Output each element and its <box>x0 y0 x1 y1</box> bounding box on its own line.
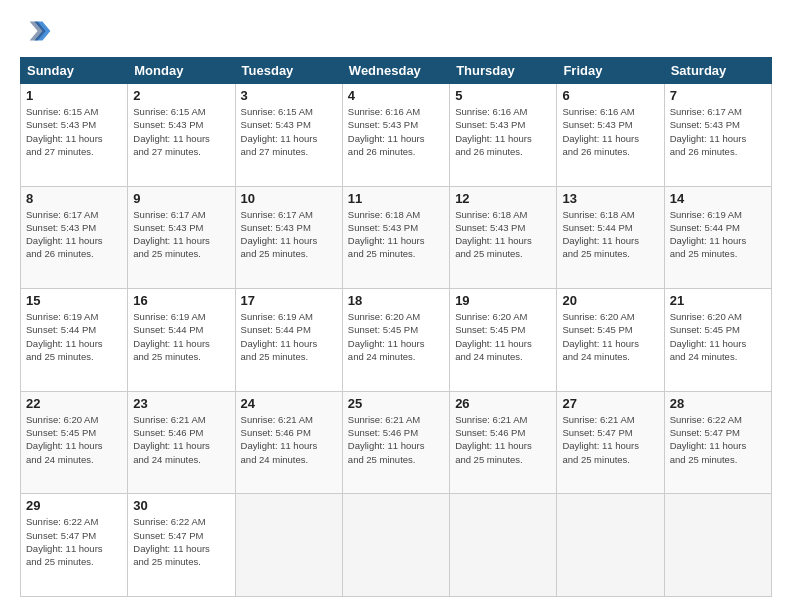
day-number: 14 <box>670 191 766 206</box>
day-number: 3 <box>241 88 337 103</box>
day-number: 23 <box>133 396 229 411</box>
day-info: Sunrise: 6:17 AM Sunset: 5:43 PM Dayligh… <box>133 208 229 261</box>
day-number: 30 <box>133 498 229 513</box>
calendar-header-cell: Thursday <box>450 58 557 84</box>
day-info: Sunrise: 6:18 AM Sunset: 5:43 PM Dayligh… <box>348 208 444 261</box>
calendar-day-cell: 12Sunrise: 6:18 AM Sunset: 5:43 PM Dayli… <box>450 186 557 289</box>
calendar-day-cell: 20Sunrise: 6:20 AM Sunset: 5:45 PM Dayli… <box>557 289 664 392</box>
calendar-day-cell <box>342 494 449 597</box>
calendar-day-cell: 16Sunrise: 6:19 AM Sunset: 5:44 PM Dayli… <box>128 289 235 392</box>
day-number: 9 <box>133 191 229 206</box>
day-info: Sunrise: 6:18 AM Sunset: 5:44 PM Dayligh… <box>562 208 658 261</box>
day-info: Sunrise: 6:16 AM Sunset: 5:43 PM Dayligh… <box>348 105 444 158</box>
calendar-week-row: 1Sunrise: 6:15 AM Sunset: 5:43 PM Daylig… <box>21 84 772 187</box>
calendar-day-cell: 19Sunrise: 6:20 AM Sunset: 5:45 PM Dayli… <box>450 289 557 392</box>
day-number: 2 <box>133 88 229 103</box>
day-info: Sunrise: 6:17 AM Sunset: 5:43 PM Dayligh… <box>26 208 122 261</box>
calendar-day-cell: 13Sunrise: 6:18 AM Sunset: 5:44 PM Dayli… <box>557 186 664 289</box>
day-number: 27 <box>562 396 658 411</box>
calendar-day-cell: 22Sunrise: 6:20 AM Sunset: 5:45 PM Dayli… <box>21 391 128 494</box>
day-info: Sunrise: 6:20 AM Sunset: 5:45 PM Dayligh… <box>562 310 658 363</box>
day-info: Sunrise: 6:22 AM Sunset: 5:47 PM Dayligh… <box>670 413 766 466</box>
calendar-week-row: 8Sunrise: 6:17 AM Sunset: 5:43 PM Daylig… <box>21 186 772 289</box>
calendar-day-cell: 21Sunrise: 6:20 AM Sunset: 5:45 PM Dayli… <box>664 289 771 392</box>
calendar-header-cell: Friday <box>557 58 664 84</box>
day-info: Sunrise: 6:20 AM Sunset: 5:45 PM Dayligh… <box>26 413 122 466</box>
calendar-header-cell: Saturday <box>664 58 771 84</box>
calendar-day-cell <box>450 494 557 597</box>
calendar-day-cell: 11Sunrise: 6:18 AM Sunset: 5:43 PM Dayli… <box>342 186 449 289</box>
day-info: Sunrise: 6:20 AM Sunset: 5:45 PM Dayligh… <box>455 310 551 363</box>
day-number: 20 <box>562 293 658 308</box>
calendar-day-cell: 30Sunrise: 6:22 AM Sunset: 5:47 PM Dayli… <box>128 494 235 597</box>
day-info: Sunrise: 6:18 AM Sunset: 5:43 PM Dayligh… <box>455 208 551 261</box>
day-info: Sunrise: 6:21 AM Sunset: 5:46 PM Dayligh… <box>455 413 551 466</box>
calendar-header-cell: Sunday <box>21 58 128 84</box>
day-number: 1 <box>26 88 122 103</box>
calendar-header-cell: Monday <box>128 58 235 84</box>
calendar-day-cell: 2Sunrise: 6:15 AM Sunset: 5:43 PM Daylig… <box>128 84 235 187</box>
day-number: 22 <box>26 396 122 411</box>
logo <box>20 15 56 47</box>
calendar-day-cell <box>235 494 342 597</box>
day-info: Sunrise: 6:19 AM Sunset: 5:44 PM Dayligh… <box>26 310 122 363</box>
day-number: 19 <box>455 293 551 308</box>
calendar-day-cell: 6Sunrise: 6:16 AM Sunset: 5:43 PM Daylig… <box>557 84 664 187</box>
calendar-day-cell: 15Sunrise: 6:19 AM Sunset: 5:44 PM Dayli… <box>21 289 128 392</box>
day-info: Sunrise: 6:15 AM Sunset: 5:43 PM Dayligh… <box>26 105 122 158</box>
day-number: 16 <box>133 293 229 308</box>
day-number: 13 <box>562 191 658 206</box>
day-info: Sunrise: 6:17 AM Sunset: 5:43 PM Dayligh… <box>670 105 766 158</box>
calendar-day-cell: 14Sunrise: 6:19 AM Sunset: 5:44 PM Dayli… <box>664 186 771 289</box>
day-number: 29 <box>26 498 122 513</box>
logo-icon <box>20 15 52 47</box>
calendar-day-cell: 8Sunrise: 6:17 AM Sunset: 5:43 PM Daylig… <box>21 186 128 289</box>
day-number: 24 <box>241 396 337 411</box>
calendar-header-cell: Wednesday <box>342 58 449 84</box>
calendar-day-cell: 23Sunrise: 6:21 AM Sunset: 5:46 PM Dayli… <box>128 391 235 494</box>
day-number: 10 <box>241 191 337 206</box>
day-info: Sunrise: 6:20 AM Sunset: 5:45 PM Dayligh… <box>670 310 766 363</box>
page: SundayMondayTuesdayWednesdayThursdayFrid… <box>0 0 792 612</box>
day-number: 15 <box>26 293 122 308</box>
day-info: Sunrise: 6:15 AM Sunset: 5:43 PM Dayligh… <box>241 105 337 158</box>
day-info: Sunrise: 6:19 AM Sunset: 5:44 PM Dayligh… <box>241 310 337 363</box>
day-info: Sunrise: 6:15 AM Sunset: 5:43 PM Dayligh… <box>133 105 229 158</box>
calendar-header-row: SundayMondayTuesdayWednesdayThursdayFrid… <box>21 58 772 84</box>
calendar-day-cell: 27Sunrise: 6:21 AM Sunset: 5:47 PM Dayli… <box>557 391 664 494</box>
day-number: 7 <box>670 88 766 103</box>
calendar-day-cell: 17Sunrise: 6:19 AM Sunset: 5:44 PM Dayli… <box>235 289 342 392</box>
day-info: Sunrise: 6:16 AM Sunset: 5:43 PM Dayligh… <box>562 105 658 158</box>
calendar-day-cell: 3Sunrise: 6:15 AM Sunset: 5:43 PM Daylig… <box>235 84 342 187</box>
calendar-day-cell <box>557 494 664 597</box>
calendar-week-row: 15Sunrise: 6:19 AM Sunset: 5:44 PM Dayli… <box>21 289 772 392</box>
calendar-day-cell: 24Sunrise: 6:21 AM Sunset: 5:46 PM Dayli… <box>235 391 342 494</box>
day-number: 18 <box>348 293 444 308</box>
day-info: Sunrise: 6:21 AM Sunset: 5:46 PM Dayligh… <box>348 413 444 466</box>
day-number: 26 <box>455 396 551 411</box>
day-number: 17 <box>241 293 337 308</box>
day-info: Sunrise: 6:21 AM Sunset: 5:46 PM Dayligh… <box>133 413 229 466</box>
day-number: 28 <box>670 396 766 411</box>
calendar-day-cell: 9Sunrise: 6:17 AM Sunset: 5:43 PM Daylig… <box>128 186 235 289</box>
calendar-body: 1Sunrise: 6:15 AM Sunset: 5:43 PM Daylig… <box>21 84 772 597</box>
calendar-week-row: 29Sunrise: 6:22 AM Sunset: 5:47 PM Dayli… <box>21 494 772 597</box>
day-info: Sunrise: 6:22 AM Sunset: 5:47 PM Dayligh… <box>26 515 122 568</box>
day-number: 4 <box>348 88 444 103</box>
day-number: 5 <box>455 88 551 103</box>
calendar-day-cell <box>664 494 771 597</box>
day-info: Sunrise: 6:19 AM Sunset: 5:44 PM Dayligh… <box>133 310 229 363</box>
header <box>20 15 772 47</box>
calendar-day-cell: 1Sunrise: 6:15 AM Sunset: 5:43 PM Daylig… <box>21 84 128 187</box>
calendar-day-cell: 26Sunrise: 6:21 AM Sunset: 5:46 PM Dayli… <box>450 391 557 494</box>
day-info: Sunrise: 6:16 AM Sunset: 5:43 PM Dayligh… <box>455 105 551 158</box>
day-info: Sunrise: 6:21 AM Sunset: 5:47 PM Dayligh… <box>562 413 658 466</box>
day-info: Sunrise: 6:20 AM Sunset: 5:45 PM Dayligh… <box>348 310 444 363</box>
day-number: 11 <box>348 191 444 206</box>
calendar-day-cell: 18Sunrise: 6:20 AM Sunset: 5:45 PM Dayli… <box>342 289 449 392</box>
day-info: Sunrise: 6:21 AM Sunset: 5:46 PM Dayligh… <box>241 413 337 466</box>
calendar-day-cell: 28Sunrise: 6:22 AM Sunset: 5:47 PM Dayli… <box>664 391 771 494</box>
day-number: 8 <box>26 191 122 206</box>
calendar-day-cell: 10Sunrise: 6:17 AM Sunset: 5:43 PM Dayli… <box>235 186 342 289</box>
day-number: 12 <box>455 191 551 206</box>
